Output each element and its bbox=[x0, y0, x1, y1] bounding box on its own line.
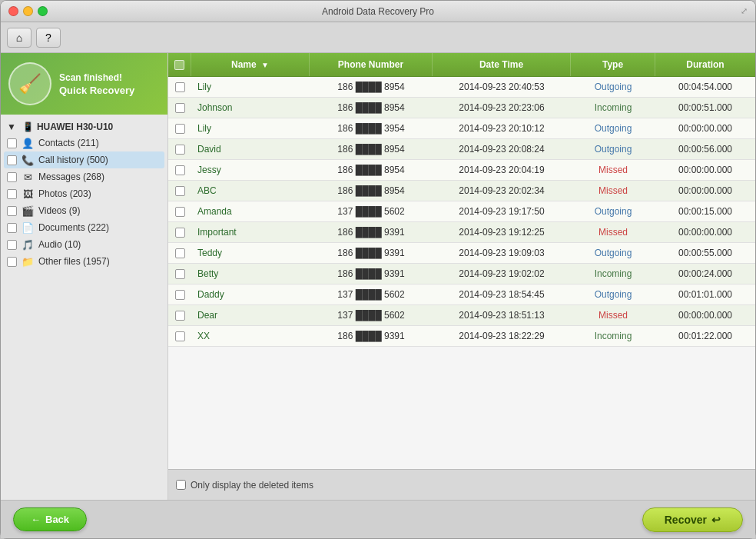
minimize-button[interactable] bbox=[23, 6, 33, 16]
back-button[interactable]: ← Back bbox=[13, 507, 87, 531]
row-phone: 137 ████ 5602 bbox=[310, 284, 433, 304]
row-duration: 00:00:00.000 bbox=[655, 222, 755, 242]
table-row[interactable]: David 186 ████ 8954 2014-09-23 20:08:24 … bbox=[168, 139, 755, 160]
row-type: Incoming bbox=[571, 264, 655, 284]
call-history-checkbox[interactable] bbox=[7, 155, 17, 165]
table-row[interactable]: Lily 186 ████ 8954 2014-09-23 20:40:53 O… bbox=[168, 77, 755, 98]
sidebar-item-audio[interactable]: 🎵 Audio (10) bbox=[4, 236, 164, 253]
messages-checkbox[interactable] bbox=[7, 172, 17, 182]
documents-checkbox[interactable] bbox=[7, 223, 17, 233]
sidebar-item-videos[interactable]: 🎬 Videos (9) bbox=[4, 202, 164, 219]
row-phone: 137 ████ 5602 bbox=[310, 201, 433, 221]
contacts-icon: 👤 bbox=[22, 137, 34, 149]
row-checkbox[interactable] bbox=[175, 248, 185, 258]
row-check-cell bbox=[168, 327, 191, 346]
row-checkbox[interactable] bbox=[175, 269, 185, 279]
quick-recovery-label: Quick Recovery bbox=[59, 85, 134, 96]
row-datetime: 2014-09-23 19:02:02 bbox=[433, 264, 571, 284]
row-checkbox[interactable] bbox=[175, 186, 185, 196]
contacts-label: Contacts (211) bbox=[38, 138, 161, 148]
row-phone: 186 ████ 9391 bbox=[310, 326, 433, 346]
device-icon: 📱 bbox=[22, 121, 34, 132]
deleted-items-checkbox[interactable] bbox=[176, 480, 186, 490]
row-datetime: 2014-09-23 19:12:25 bbox=[433, 222, 571, 242]
audio-checkbox[interactable] bbox=[7, 240, 17, 250]
row-checkbox[interactable] bbox=[175, 103, 185, 113]
help-button[interactable]: ? bbox=[36, 28, 61, 48]
row-name: XX bbox=[191, 326, 310, 346]
sidebar-item-messages[interactable]: ✉ Messages (268) bbox=[4, 168, 164, 185]
row-name: David bbox=[191, 139, 310, 159]
row-checkbox[interactable] bbox=[175, 228, 185, 238]
main-window: Android Data Recovery Pro ⤢ ⌂ ? 🧹 Scan f… bbox=[0, 0, 756, 539]
row-phone: 186 ████ 8954 bbox=[310, 139, 433, 159]
row-checkbox[interactable] bbox=[175, 82, 185, 92]
row-checkbox[interactable] bbox=[175, 165, 185, 175]
th-type: Type bbox=[571, 53, 655, 76]
row-type: Missed bbox=[571, 160, 655, 180]
documents-label: Documents (222) bbox=[38, 222, 161, 233]
call-history-icon: 📞 bbox=[22, 154, 34, 166]
row-checkbox[interactable] bbox=[175, 311, 185, 321]
sidebar-item-call-history[interactable]: 📞 Call history (500) bbox=[4, 151, 164, 168]
row-check-cell bbox=[168, 244, 191, 263]
row-checkbox[interactable] bbox=[175, 145, 185, 155]
row-checkbox[interactable] bbox=[175, 207, 185, 217]
row-duration: 00:00:00.000 bbox=[655, 305, 755, 325]
row-checkbox[interactable] bbox=[175, 124, 185, 134]
videos-checkbox[interactable] bbox=[7, 206, 17, 216]
row-duration: 00:00:24.000 bbox=[655, 264, 755, 284]
table-row[interactable]: Lily 186 ████ 3954 2014-09-23 20:10:12 O… bbox=[168, 118, 755, 139]
row-duration: 00:00:56.000 bbox=[655, 139, 755, 159]
right-panel: Name ▼ Phone Number Date Time Type Durat… bbox=[168, 53, 755, 500]
help-icon: ? bbox=[45, 32, 51, 44]
table-row[interactable]: Johnson 186 ████ 8954 2014-09-23 20:23:0… bbox=[168, 98, 755, 118]
window-title: Android Data Recovery Pro bbox=[322, 6, 434, 17]
photos-icon: 🖼 bbox=[22, 188, 34, 200]
recover-button[interactable]: Recover ↩ bbox=[642, 507, 743, 532]
row-check-cell bbox=[168, 265, 191, 284]
table-row[interactable]: ABC 186 ████ 8954 2014-09-23 20:02:34 Mi… bbox=[168, 181, 755, 201]
row-name: Lily bbox=[191, 118, 310, 138]
sidebar-item-other[interactable]: 📁 Other files (1957) bbox=[4, 253, 164, 270]
table-row[interactable]: Dear 137 ████ 5602 2014-09-23 18:51:13 M… bbox=[168, 305, 755, 326]
other-checkbox[interactable] bbox=[7, 257, 17, 267]
table-body: Lily 186 ████ 8954 2014-09-23 20:40:53 O… bbox=[168, 77, 755, 469]
row-type: Outgoing bbox=[571, 201, 655, 221]
th-name: Name ▼ bbox=[191, 53, 310, 76]
messages-label: Messages (268) bbox=[38, 171, 161, 182]
row-check-cell bbox=[168, 285, 191, 304]
th-phone: Phone Number bbox=[310, 53, 433, 76]
photos-checkbox[interactable] bbox=[7, 189, 17, 199]
close-button[interactable] bbox=[8, 6, 18, 16]
row-checkbox[interactable] bbox=[175, 290, 185, 300]
table-row[interactable]: Betty 186 ████ 9391 2014-09-23 19:02:02 … bbox=[168, 264, 755, 284]
row-checkbox[interactable] bbox=[175, 331, 185, 341]
row-phone: 137 ████ 5602 bbox=[310, 305, 433, 325]
table-row[interactable]: Teddy 186 ████ 9391 2014-09-23 19:09:03 … bbox=[168, 243, 755, 264]
select-all-checkbox[interactable] bbox=[174, 60, 184, 70]
row-duration: 00:00:00.000 bbox=[655, 181, 755, 201]
tree-expand-icon: ▼ bbox=[7, 121, 16, 132]
sidebar-item-photos[interactable]: 🖼 Photos (203) bbox=[4, 185, 164, 202]
table-row[interactable]: Important 186 ████ 9391 2014-09-23 19:12… bbox=[168, 222, 755, 243]
row-duration: 00:00:51.000 bbox=[655, 98, 755, 118]
th-datetime: Date Time bbox=[433, 53, 571, 76]
row-datetime: 2014-09-23 19:09:03 bbox=[433, 243, 571, 263]
documents-icon: 📄 bbox=[22, 221, 34, 234]
row-name: ABC bbox=[191, 181, 310, 201]
filter-label[interactable]: Only display the deleted items bbox=[176, 480, 313, 491]
sidebar: 🧹 Scan finished! Quick Recovery ▼ 📱 HUAW… bbox=[1, 53, 168, 500]
table-row[interactable]: XX 186 ████ 9391 2014-09-23 18:22:29 Inc… bbox=[168, 326, 755, 347]
sidebar-header: 🧹 Scan finished! Quick Recovery bbox=[1, 53, 167, 115]
home-button[interactable]: ⌂ bbox=[7, 28, 32, 48]
maximize-button[interactable] bbox=[38, 6, 48, 16]
row-type: Missed bbox=[571, 305, 655, 325]
table-row[interactable]: Jessy 186 ████ 8954 2014-09-23 20:04:19 … bbox=[168, 160, 755, 181]
sidebar-item-documents[interactable]: 📄 Documents (222) bbox=[4, 219, 164, 236]
row-type: Outgoing bbox=[571, 284, 655, 304]
sidebar-item-contacts[interactable]: 👤 Contacts (211) bbox=[4, 135, 164, 151]
table-row[interactable]: Amanda 137 ████ 5602 2014-09-23 19:17:50… bbox=[168, 201, 755, 222]
table-row[interactable]: Daddy 137 ████ 5602 2014-09-23 18:54:45 … bbox=[168, 284, 755, 305]
contacts-checkbox[interactable] bbox=[7, 138, 17, 148]
